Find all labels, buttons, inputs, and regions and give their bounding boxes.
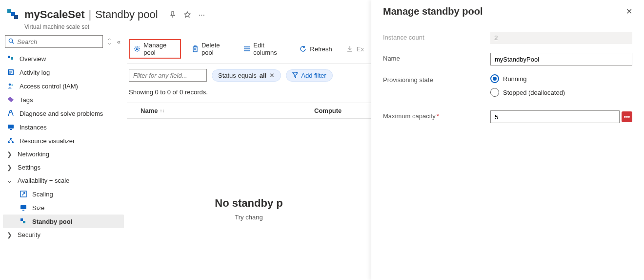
chevron-right-icon: ❯ [7,151,13,158]
button-label: Refresh [310,45,332,53]
sidebar-label: Size [32,204,44,212]
refresh-icon [299,45,307,53]
refresh-button[interactable]: Refresh [296,43,335,55]
sidebar-item-access-control[interactable]: Access control (IAM) [3,79,124,93]
radio-running[interactable]: Running [490,74,632,83]
diagnose-icon [7,109,15,117]
sort-asc-icon: ↑↓ [160,108,164,113]
sidebar-label: Activity log [20,69,50,76]
svg-rect-11 [8,125,14,129]
sidebar-label: Tags [20,96,33,104]
svg-point-9 [11,84,13,86]
max-capacity-field[interactable] [490,110,620,123]
sort-icon[interactable] [106,37,113,46]
sidebar-item-overview[interactable]: Overview [3,52,124,65]
column-header-compute[interactable]: Compute [314,107,369,114]
remove-filter-icon[interactable]: ✕ [269,72,275,79]
error-badge-icon[interactable]: ••• [622,111,632,122]
download-icon [346,45,354,53]
sidebar-label: Security [18,231,40,238]
button-label: Edit columns [253,42,285,56]
resource-name: myScaleSet [24,8,85,21]
radio-stopped[interactable]: Stopped (deallocated) [490,88,632,97]
section-title: Standby pool [95,8,158,21]
radio-label: Stopped (deallocated) [503,89,565,96]
name-field[interactable] [490,53,632,65]
scaleset-icon [6,8,20,22]
sidebar-label: Availability + scale [18,177,69,184]
sidebar-item-diagnose[interactable]: Diagnose and solve problems [3,107,124,120]
sidebar-group-availability-scale[interactable]: ⌄Availability + scale [3,174,124,187]
record-count-label: Showing 0 to 0 of 0 records. [127,86,371,103]
gear-icon [134,45,141,53]
pill-value: all [260,72,266,79]
sidebar-group-settings[interactable]: ❯Settings [3,161,124,174]
svg-point-8 [9,84,11,86]
svg-rect-18 [22,210,24,211]
svg-rect-19 [20,218,23,221]
svg-rect-20 [23,221,25,223]
button-label: Add filter [301,72,326,79]
search-input[interactable] [17,38,100,45]
sidebar-item-scaling[interactable]: Scaling [3,187,124,201]
scaling-icon [20,190,27,198]
manage-pool-panel: Manage standby pool ✕ Instance count Nam… [371,0,644,280]
title-divider: | [89,8,92,21]
sidebar-group-security[interactable]: ❯Security [3,228,124,241]
status-filter-pill[interactable]: Status equals all ✕ [212,69,281,82]
star-icon[interactable] [182,10,192,20]
sidebar-label: Diagnose and solve problems [20,110,103,117]
col-label: Compute [314,107,342,114]
table-header: Name↑↓ Compute [127,103,371,119]
sidebar-item-size[interactable]: Size [3,201,124,215]
sidebar-label: Standby pool [32,218,72,225]
access-icon [7,82,15,90]
sidebar-label: Settings [18,164,40,171]
columns-icon [243,45,250,53]
sidebar-group-networking[interactable]: ❯Networking [3,148,124,161]
sidebar-item-activity-log[interactable]: Activity log [3,65,124,79]
edit-columns-button[interactable]: Edit columns [241,40,288,58]
svg-rect-2 [14,15,18,19]
page-header: myScaleSet | Standby pool ⋯ [0,0,371,23]
close-icon[interactable]: ✕ [626,7,632,16]
pin-icon[interactable] [168,10,178,20]
svg-rect-4 [8,56,10,58]
sidebar-label: Overview [20,55,46,63]
empty-title: No standby p [127,197,371,210]
sidebar-label: Scaling [32,191,53,198]
sidebar-item-resource-visualizer[interactable]: Resource visualizer [3,134,124,148]
sidebar-label: Instances [20,124,47,131]
search-input-wrap[interactable] [5,35,103,48]
empty-subtitle: Try chang [127,214,371,221]
column-header-name[interactable]: Name↑↓ [129,107,314,114]
export-button[interactable]: Ex [343,43,367,55]
manage-pool-button[interactable]: Manage pool [129,39,181,59]
more-icon[interactable]: ⋯ [197,10,207,20]
sidebar-item-instances[interactable]: Instances [3,120,124,134]
button-label: Manage pool [143,42,176,56]
button-label: Ex [357,45,364,53]
visualizer-icon [7,137,15,145]
svg-rect-12 [10,129,12,130]
trash-icon [192,45,199,53]
filter-row: Status equals all ✕ Add filter [127,64,371,86]
svg-point-21 [136,48,138,50]
radio-label: Running [503,75,526,83]
add-filter-button[interactable]: Add filter [286,69,332,82]
svg-point-3 [9,39,12,42]
filter-input[interactable] [129,69,207,82]
standby-icon [20,217,27,225]
collapse-sidebar-icon[interactable]: « [116,37,122,46]
chevron-right-icon: ❯ [7,164,13,171]
chevron-right-icon: ❯ [7,231,13,238]
col-label: Name [141,107,158,114]
sidebar-item-standby-pool[interactable]: Standby pool [3,215,124,228]
radio-selected-icon [490,74,499,83]
toolbar: Manage pool Delete pool Edit columns Ref… [127,34,371,64]
svg-rect-0 [7,9,11,13]
empty-state: No standby p Try chang [127,119,371,221]
sidebar-item-tags[interactable]: Tags [3,93,124,107]
instance-count-label: Instance count [383,32,490,41]
delete-pool-button[interactable]: Delete pool [189,40,233,58]
